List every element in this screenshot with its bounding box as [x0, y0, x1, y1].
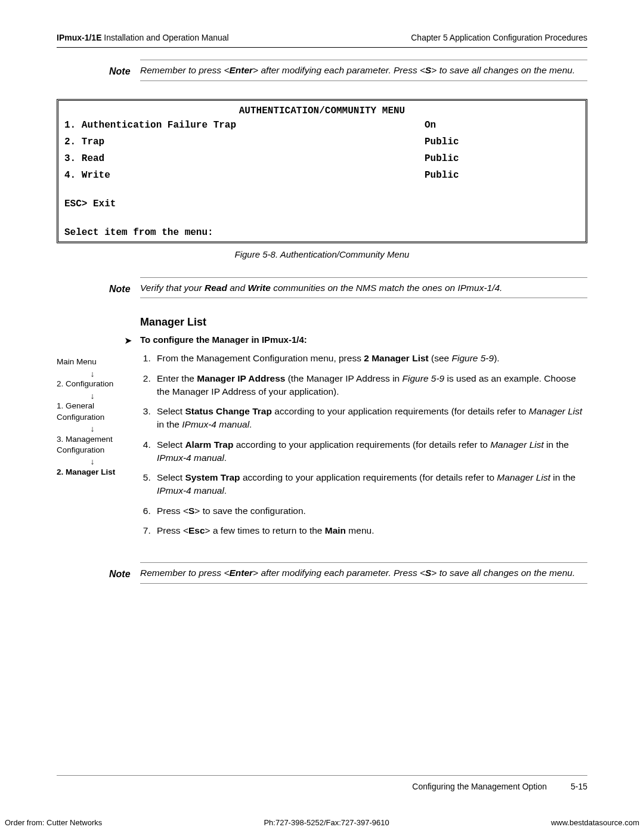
page-footer: Configuring the Management Option 5-15 — [57, 775, 587, 791]
menu-row: 2. Trap Public — [64, 137, 580, 147]
menu-item-value: Public — [425, 170, 580, 181]
nav-breadcrumb-sidebar: Main Menu ↓ 2. Configuration ↓ 1. Genera… — [57, 352, 128, 544]
step-item: Select Alarm Trap according to your appl… — [153, 438, 587, 464]
note-label: Note — [109, 569, 131, 580]
menu-item-value: On — [425, 120, 580, 131]
menu-prompt: Select item from the menu: — [64, 227, 580, 238]
website-url: www.bestdatasource.com — [551, 818, 639, 827]
step-item: From the Management Configuration menu, … — [153, 352, 587, 365]
menu-row: 3. Read Public — [64, 153, 580, 164]
footer-section-title: Configuring the Management Option — [412, 782, 547, 791]
menu-row: 4. Write Public — [64, 170, 580, 181]
down-arrow-icon: ↓ — [57, 424, 128, 434]
note-block-1: Note Remember to press <Enter> after mod… — [140, 60, 587, 81]
note-text: Verify that your Read and Write communit… — [140, 281, 587, 295]
order-info: Order from: Cutter Networks — [5, 818, 102, 827]
note-block-2: Note Verify that your Read and Write com… — [140, 277, 587, 299]
procedure-heading: ➤ To configure the Manager in IPmux-1/4: — [140, 335, 587, 345]
procedure-title: To configure the Manager in IPmux-1/4: — [140, 335, 307, 345]
step-item: Select System Trap according to your app… — [153, 471, 587, 497]
down-arrow-icon: ↓ — [57, 369, 128, 379]
section-heading: Manager List — [140, 316, 587, 329]
procedure-steps: From the Management Configuration menu, … — [140, 352, 587, 544]
menu-title: AUTHENTICATION/COMMUNITY MENU — [64, 106, 580, 116]
manual-title: Installation and Operation Manual — [101, 33, 228, 42]
contact-info: Ph:727-398-5252/Fax:727-397-9610 — [264, 818, 389, 827]
sidebar-item: 1. General Configuration — [57, 401, 128, 422]
chapter-title: Chapter 5 Application Configuration Proc… — [411, 33, 587, 42]
menu-esc: ESC> Exit — [64, 199, 580, 209]
figure-caption: Figure 5-8. Authentication/Community Men… — [57, 249, 587, 259]
arrow-right-icon: ➤ — [125, 336, 132, 345]
menu-item-value: Public — [425, 153, 580, 164]
step-item: Press <S> to save the configuration. — [153, 504, 587, 518]
note-label: Note — [109, 66, 131, 77]
down-arrow-icon: ↓ — [57, 391, 128, 401]
header-left: IPmux-1/1E Installation and Operation Ma… — [57, 33, 229, 42]
down-arrow-icon: ↓ — [57, 457, 128, 467]
sidebar-item: 3. Management Configuration — [57, 434, 128, 456]
sidebar-item-current: 2. Manager List — [57, 467, 128, 478]
note-text: Remember to press <Enter> after modifyin… — [140, 64, 587, 77]
page-header: IPmux-1/1E Installation and Operation Ma… — [57, 33, 587, 48]
note-block-3: Note Remember to press <Enter> after mod… — [140, 562, 587, 584]
menu-row: 1. Authentication Failure Trap On — [64, 120, 580, 131]
menu-item-label: 3. Read — [64, 153, 425, 164]
menu-item-label: 1. Authentication Failure Trap — [64, 120, 425, 131]
document-footer-bar: Order from: Cutter Networks Ph:727-398-5… — [0, 818, 644, 827]
sidebar-item: Main Menu — [57, 357, 128, 367]
sidebar-item: 2. Configuration — [57, 379, 128, 389]
note-label: Note — [109, 284, 131, 295]
step-item: Select Status Change Trap according to y… — [153, 405, 587, 431]
note-text: Remember to press <Enter> after modifyin… — [140, 566, 587, 580]
menu-item-label: 2. Trap — [64, 137, 425, 147]
page-number: 5-15 — [571, 782, 587, 791]
menu-item-value: Public — [425, 137, 580, 147]
product-name: IPmux-1/1E — [57, 33, 101, 42]
menu-item-label: 4. Write — [64, 170, 425, 181]
step-item: Enter the Manager IP Address (the Manage… — [153, 372, 587, 398]
step-item: Press <Esc> a few times to return to the… — [153, 524, 587, 537]
terminal-menu-box: AUTHENTICATION/COMMUNITY MENU 1. Authent… — [57, 99, 587, 243]
